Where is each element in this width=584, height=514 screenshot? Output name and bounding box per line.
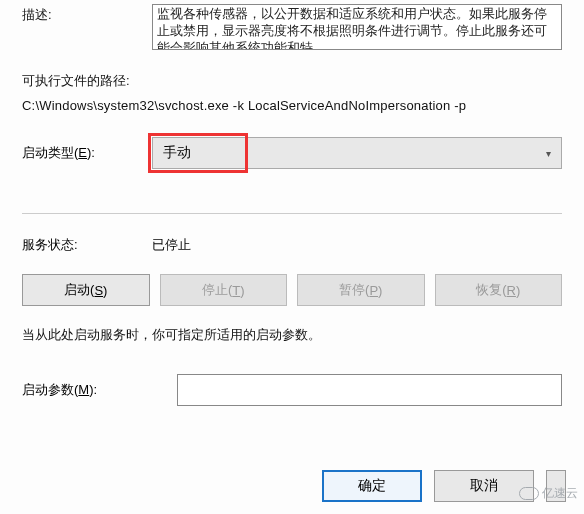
description-text: 监视各种传感器，以公开数据和适应系统和用户状态。如果此服务停止或禁用，显示器亮度… (157, 6, 547, 50)
ok-button[interactable]: 确定 (322, 470, 422, 502)
description-label: 描述: (22, 4, 152, 24)
startup-type-select[interactable]: 手动 ▾ (152, 137, 562, 169)
divider (22, 213, 562, 214)
apply-button-truncated[interactable] (546, 470, 566, 502)
start-params-label: 启动参数(M): (22, 381, 177, 399)
service-status-label: 服务状态: (22, 236, 152, 254)
start-button[interactable]: 启动(S) (22, 274, 150, 306)
resume-button: 恢复(R) (435, 274, 563, 306)
chevron-down-icon: ▾ (546, 148, 551, 159)
service-status-value: 已停止 (152, 236, 191, 254)
cancel-button[interactable]: 取消 (434, 470, 534, 502)
exe-path-value: C:\Windows\system32\svchost.exe -k Local… (22, 98, 562, 113)
exe-path-label: 可执行文件的路径: (22, 72, 562, 90)
startup-type-label: 启动类型(E): (22, 144, 152, 162)
pause-button: 暂停(P) (297, 274, 425, 306)
help-text: 当从此处启动服务时，你可指定所适用的启动参数。 (22, 326, 562, 344)
start-params-input[interactable] (177, 374, 562, 406)
description-textarea[interactable]: 监视各种传感器，以公开数据和适应系统和用户状态。如果此服务停止或禁用，显示器亮度… (152, 4, 562, 50)
stop-button: 停止(T) (160, 274, 288, 306)
startup-type-value: 手动 (163, 144, 191, 162)
